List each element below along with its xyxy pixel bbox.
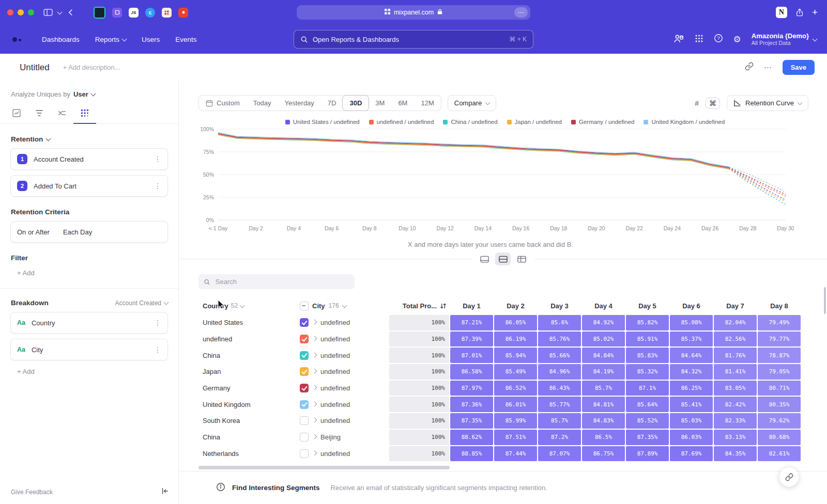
day-cell[interactable]: 86.58% bbox=[450, 364, 493, 380]
criteria-on-or-after[interactable]: On or After bbox=[17, 228, 50, 236]
day-cell[interactable]: 81.76% bbox=[714, 348, 757, 363]
day-cell[interactable]: 86.19% bbox=[494, 332, 537, 347]
breakdown-property-label[interactable]: City bbox=[32, 346, 43, 354]
legend-item[interactable]: Germany / undefined bbox=[571, 119, 634, 125]
close-window-button[interactable] bbox=[7, 9, 13, 15]
day-cell[interactable]: 86.03% bbox=[670, 430, 713, 445]
expand-chevron-icon[interactable] bbox=[312, 418, 317, 423]
day-cell[interactable]: 83.13% bbox=[714, 430, 757, 445]
step-event-label[interactable]: Account Created bbox=[34, 155, 84, 163]
search-input[interactable] bbox=[215, 277, 349, 286]
row-checkbox[interactable] bbox=[300, 449, 309, 458]
mixpanel-logo[interactable] bbox=[12, 37, 21, 42]
day-cell[interactable]: 85.91% bbox=[626, 332, 669, 347]
give-feedback-link[interactable]: Give Feedback bbox=[11, 489, 53, 496]
share-link-fab[interactable] bbox=[779, 467, 799, 487]
day-cell[interactable]: 85.94% bbox=[494, 348, 537, 363]
step-card-1[interactable]: 1 Account Created ⋮ bbox=[10, 148, 168, 170]
expand-chevron-icon[interactable] bbox=[312, 352, 317, 357]
select-all-checkbox[interactable] bbox=[300, 302, 309, 310]
day-cell[interactable]: 87.39% bbox=[450, 332, 493, 347]
day-cell[interactable]: 78.87% bbox=[758, 348, 801, 363]
day-cell[interactable]: 82.33% bbox=[714, 413, 757, 429]
day-cell[interactable]: 81.41% bbox=[714, 364, 757, 380]
extension-icon[interactable]: c bbox=[145, 8, 155, 18]
extension-icon[interactable] bbox=[178, 8, 188, 18]
day-cell[interactable]: 85.49% bbox=[494, 364, 537, 380]
range-6m[interactable]: 6M bbox=[391, 96, 414, 111]
analyze-value[interactable]: User bbox=[73, 90, 88, 98]
add-description[interactable]: + Add description... bbox=[63, 64, 120, 71]
row-checkbox[interactable] bbox=[300, 433, 309, 442]
compare-button[interactable]: Compare bbox=[448, 95, 496, 111]
global-search[interactable]: Open Reports & Dashboards ⌘ + K bbox=[294, 30, 533, 49]
day-cell[interactable]: 87.1% bbox=[626, 381, 669, 396]
breakdown-scope-selector[interactable]: Account Created bbox=[115, 300, 168, 307]
step-card-2[interactable]: 2 Added To Cart ⋮ bbox=[10, 175, 168, 197]
day-cell[interactable]: 79.62% bbox=[758, 413, 801, 429]
day-cell[interactable]: 85.66% bbox=[538, 348, 581, 363]
breakdown-card-city[interactable]: Aa City ⋮ bbox=[10, 339, 168, 360]
minimize-window-button[interactable] bbox=[18, 9, 24, 15]
day-cell[interactable]: 87.35% bbox=[450, 413, 493, 429]
apps-grid-icon[interactable] bbox=[695, 34, 703, 45]
criteria-card[interactable]: On or After Each Day bbox=[10, 221, 168, 243]
day-cell[interactable]: 87.97% bbox=[450, 381, 493, 396]
retention-section-header[interactable]: Retention bbox=[11, 135, 168, 143]
col-day-1[interactable]: Day 1 bbox=[450, 302, 494, 310]
col-city[interactable]: City 176 bbox=[297, 302, 389, 310]
day-cell[interactable]: 84.96% bbox=[538, 364, 581, 380]
day-cell[interactable]: 85.52% bbox=[626, 413, 669, 429]
day-cell[interactable]: 85.82% bbox=[626, 315, 669, 330]
day-cell[interactable]: 85.7% bbox=[538, 413, 581, 429]
legend-item[interactable]: United States / undefined bbox=[285, 119, 360, 125]
day-cell[interactable]: 87.36% bbox=[450, 397, 493, 412]
day-cell[interactable]: 86.43% bbox=[538, 381, 581, 396]
day-cell[interactable]: 85.64% bbox=[626, 397, 669, 412]
extension-icon[interactable]: JS bbox=[129, 8, 139, 18]
percent-toggle[interactable]: ⌘ bbox=[706, 98, 720, 109]
horizontal-scrollbar[interactable] bbox=[198, 466, 450, 469]
nav-events[interactable]: Events bbox=[175, 36, 196, 43]
day-cell[interactable]: 84.92% bbox=[582, 315, 625, 330]
day-cell[interactable]: 80.71% bbox=[758, 381, 801, 396]
series-line-projected[interactable] bbox=[729, 168, 786, 200]
day-cell[interactable]: 86.01% bbox=[494, 397, 537, 412]
address-bar[interactable]: mixpanel.com ⋯ bbox=[297, 5, 530, 20]
row-checkbox[interactable] bbox=[300, 384, 309, 392]
day-cell[interactable]: 82.42% bbox=[714, 397, 757, 412]
nav-users[interactable]: Users bbox=[142, 36, 160, 43]
collapse-sidebar-icon[interactable] bbox=[161, 487, 169, 497]
add-filter-button[interactable]: + Add bbox=[17, 269, 178, 277]
chevron-down-icon[interactable] bbox=[57, 9, 63, 14]
col-day-6[interactable]: Day 6 bbox=[669, 302, 713, 310]
day-cell[interactable]: 85.37% bbox=[670, 332, 713, 347]
chevron-down-icon[interactable] bbox=[240, 303, 245, 308]
segments-title[interactable]: Find Interesting Segments bbox=[232, 484, 320, 492]
day-cell[interactable]: 85.77% bbox=[538, 397, 581, 412]
extension-icon[interactable] bbox=[162, 8, 172, 18]
day-cell[interactable]: 87.89% bbox=[626, 446, 669, 462]
kebab-menu-icon[interactable]: ⋮ bbox=[154, 345, 161, 354]
count-toggle[interactable]: # bbox=[695, 99, 699, 107]
day-cell[interactable]: 86.52% bbox=[494, 381, 537, 396]
browser-sidebar-icon[interactable] bbox=[43, 8, 53, 17]
tab-funnels[interactable] bbox=[28, 104, 51, 123]
day-cell[interactable]: 87.51% bbox=[494, 430, 537, 445]
expand-chevron-icon[interactable] bbox=[312, 401, 317, 406]
expand-chevron-icon[interactable] bbox=[312, 336, 317, 341]
col-country[interactable]: Country 52 bbox=[198, 302, 297, 310]
breakdown-property-label[interactable]: Country bbox=[32, 319, 55, 327]
sort-icon[interactable] bbox=[440, 303, 447, 309]
range-7d[interactable]: 7D bbox=[321, 96, 343, 111]
legend-item[interactable]: Japan / undefined bbox=[507, 119, 562, 125]
chart-type-dropdown[interactable]: Retention Curve bbox=[727, 95, 808, 111]
series-line[interactable] bbox=[218, 133, 729, 167]
expand-chevron-icon[interactable] bbox=[312, 385, 317, 390]
vertical-scrollbar[interactable] bbox=[824, 287, 826, 314]
more-options-button[interactable]: ⋯ bbox=[764, 63, 772, 72]
day-cell[interactable]: 84.83% bbox=[582, 413, 625, 429]
day-cell[interactable]: 80.68% bbox=[758, 430, 801, 445]
day-cell[interactable]: 85.03% bbox=[670, 413, 713, 429]
row-checkbox[interactable] bbox=[300, 335, 309, 343]
